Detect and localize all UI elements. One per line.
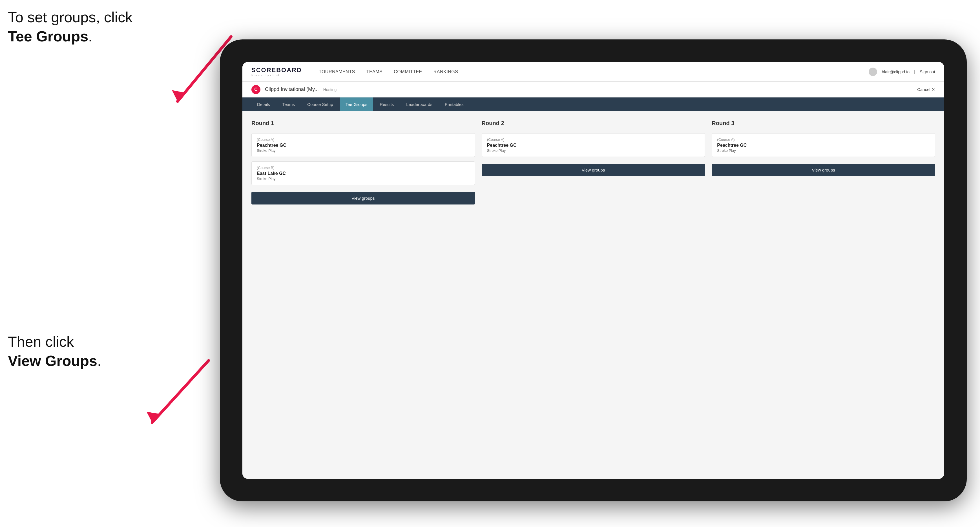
nav-right: blair@clippd.io | Sign out <box>869 68 935 76</box>
top-nav: SCOREBOARD Powered by clippit TOURNAMENT… <box>242 62 944 82</box>
round-3-course-a-format: Stroke Play <box>717 148 930 153</box>
cancel-button[interactable]: Cancel ✕ <box>917 87 935 92</box>
instruction-top-line2: Tee Groups <box>8 28 88 44</box>
tournament-logo-letter: C <box>254 87 258 92</box>
nav-rankings[interactable]: RANKINGS <box>433 69 458 75</box>
round-2-course-a-card: (Course A) Peachtree GC Stroke Play <box>482 133 705 157</box>
instruction-top: To set groups, click Tee Groups. <box>8 8 132 46</box>
logo-area: SCOREBOARD Powered by clippit <box>251 67 302 77</box>
instruction-bottom: Then click View Groups. <box>8 332 101 370</box>
round-2-course-a-format: Stroke Play <box>487 148 700 153</box>
round-3-col: Round 3 (Course A) Peachtree GC Stroke P… <box>712 120 935 470</box>
user-avatar <box>869 68 877 76</box>
tab-details[interactable]: Details <box>251 97 276 111</box>
logo-text: SCOREBOARD <box>251 67 302 74</box>
tab-course-setup[interactable]: Course Setup <box>302 97 339 111</box>
tab-bar: Details Teams Course Setup Tee Groups Re… <box>242 97 944 111</box>
arrow-bottom-indicator <box>127 358 217 431</box>
round-1-view-groups-button[interactable]: View groups <box>251 192 475 205</box>
round-1-title: Round 1 <box>251 120 475 127</box>
round-2-course-a-name: Peachtree GC <box>487 143 700 148</box>
tournament-logo: C <box>251 85 261 94</box>
round-2-col: Round 2 (Course A) Peachtree GC Stroke P… <box>482 120 705 470</box>
round-1-course-a-format: Stroke Play <box>257 148 469 153</box>
round-3-course-a-name: Peachtree GC <box>717 143 930 148</box>
round-1-course-b-card: (Course B) East Lake GC Stroke Play <box>251 161 475 185</box>
instruction-bottom-line1: Then click <box>8 333 74 350</box>
round-1-course-b-format: Stroke Play <box>257 176 469 181</box>
tab-printables[interactable]: Printables <box>439 97 469 111</box>
nav-committee[interactable]: COMMITTEE <box>394 69 422 75</box>
tab-teams[interactable]: Teams <box>277 97 301 111</box>
tab-results[interactable]: Results <box>374 97 399 111</box>
tablet-frame: SCOREBOARD Powered by clippit TOURNAMENT… <box>220 40 967 502</box>
tab-leaderboards[interactable]: Leaderboards <box>401 97 438 111</box>
round-2-course-a-label: (Course A) <box>487 138 700 142</box>
round-1-course-b-name: East Lake GC <box>257 171 469 176</box>
instruction-top-line1: To set groups, click <box>8 9 132 25</box>
round-3-view-groups-button[interactable]: View groups <box>712 163 935 176</box>
round-1-course-a-name: Peachtree GC <box>257 143 469 148</box>
tournament-bar: C Clippd Invitational (My... Hosting Can… <box>242 82 944 97</box>
instruction-bottom-line2: View Groups <box>8 352 97 369</box>
round-3-course-a-card: (Course A) Peachtree GC Stroke Play <box>712 133 935 157</box>
tablet-screen: SCOREBOARD Powered by clippit TOURNAMENT… <box>242 62 944 479</box>
sign-out-link[interactable]: Sign out <box>920 69 935 74</box>
round-3-title: Round 3 <box>712 120 935 127</box>
round-1-course-b-label: (Course B) <box>257 166 469 170</box>
logo-main: SCOREBOARD <box>251 67 302 73</box>
round-3-course-a-label: (Course A) <box>717 138 930 142</box>
round-1-course-a-card: (Course A) Peachtree GC Stroke Play <box>251 133 475 157</box>
instruction-bottom-period: . <box>97 352 101 369</box>
main-content: Round 1 (Course A) Peachtree GC Stroke P… <box>242 111 944 479</box>
tournament-name: Clippd Invitational (My... <box>265 86 319 92</box>
round-2-view-groups-button[interactable]: View groups <box>482 163 705 176</box>
nav-tournaments[interactable]: TOURNAMENTS <box>319 69 355 75</box>
user-email: blair@clippd.io <box>881 69 910 74</box>
svg-marker-3 <box>146 412 161 422</box>
tournament-status: Hosting <box>323 87 337 92</box>
svg-line-2 <box>152 360 208 422</box>
round-2-title: Round 2 <box>482 120 705 127</box>
logo-sub: Powered by clippit <box>251 74 302 77</box>
instruction-top-period: . <box>88 28 92 44</box>
round-1-course-a-label: (Course A) <box>257 138 469 142</box>
svg-marker-1 <box>172 90 186 102</box>
round-1-col: Round 1 (Course A) Peachtree GC Stroke P… <box>251 120 475 470</box>
nav-teams[interactable]: TEAMS <box>366 69 383 75</box>
tab-tee-groups[interactable]: Tee Groups <box>340 97 373 111</box>
